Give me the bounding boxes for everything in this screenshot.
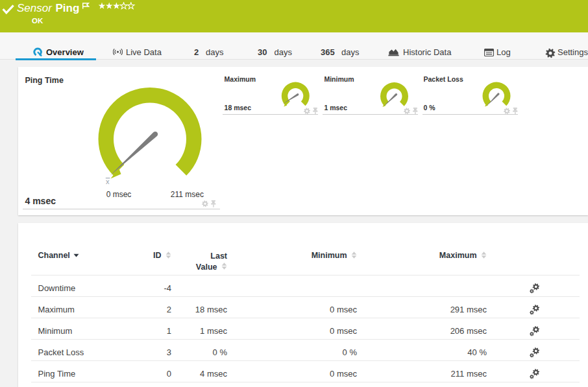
svg-text:x: x: [106, 178, 110, 185]
